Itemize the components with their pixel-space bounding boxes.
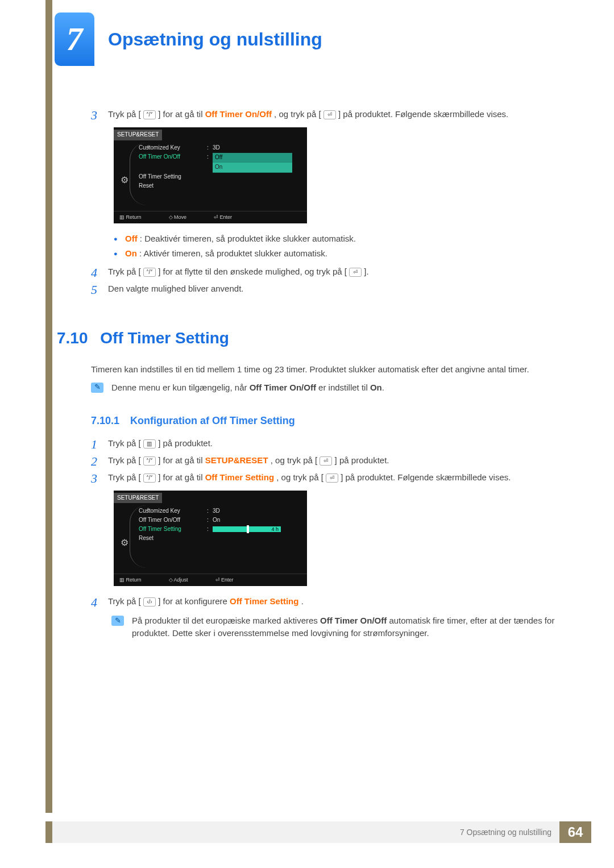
subsection-number: 7.10.1 xyxy=(91,415,119,426)
footer-accent xyxy=(45,821,52,843)
bullet-text: Off : Deaktivér timeren, så produktet ik… xyxy=(125,232,356,245)
enter-key-icon: ⏎ xyxy=(320,456,332,466)
t: Tryk på [ xyxy=(108,472,141,482)
t: På produkter til det europæiske marked a… xyxy=(132,616,320,625)
colon: : xyxy=(207,516,213,525)
footer-bar: 7 Opsætning og nulstilling xyxy=(45,821,559,843)
osd-slider-value: 4 h xyxy=(271,526,279,533)
t: Tryk på [ xyxy=(108,109,141,119)
osd-title: SETUP&RESET xyxy=(114,130,162,140)
highlight: On xyxy=(125,248,137,258)
osd-nav-enter: ⏎ Enter xyxy=(214,214,232,221)
gear-icon: ⚙ xyxy=(121,536,128,549)
t: ] på produktet. xyxy=(335,455,389,465)
chapter-title: Opsætning og nulstilling xyxy=(108,26,322,52)
note-text: På produkter til det europæiske marked a… xyxy=(132,614,563,639)
step-3: 3 Tryk på [ ˄/˅ ] for at gå til Off Time… xyxy=(91,108,563,122)
step-number: 4 xyxy=(91,595,108,609)
gear-icon: ⚙ xyxy=(121,173,128,186)
colon: : xyxy=(207,153,213,161)
subsection-heading: 7.10.1 Konfiguration af Off Timer Settin… xyxy=(91,413,563,428)
caret-up-icon: ▲ xyxy=(146,143,151,150)
step-text: Tryk på [ ˄/˅ ] for at gå til Off Timer … xyxy=(108,108,563,121)
updown-key-icon: ˄/˅ xyxy=(143,110,156,119)
section-heading: 7.10 Off Timer Setting xyxy=(57,327,563,350)
t: ] på produktet. xyxy=(158,438,213,448)
colon: : xyxy=(207,507,213,516)
bullet-list: ● Off : Deaktivér timeren, så produktet … xyxy=(114,232,563,260)
section-number: 7.10 xyxy=(57,329,88,347)
updown-key-icon: ˄/˅ xyxy=(143,268,156,277)
osd-dropdown: Off On xyxy=(213,153,292,173)
menu-key-icon: ▥ xyxy=(143,439,156,448)
osd-row-label: Reset xyxy=(139,182,207,190)
step-text: Tryk på [ ˄/˅ ] for at gå til Off Timer … xyxy=(108,471,563,484)
step-3b: 3 Tryk på [ ˄/˅ ] for at gå til Off Time… xyxy=(91,471,563,485)
updown-key-icon: ˄/˅ xyxy=(143,474,156,483)
step-text: Den valgte mulighed bliver anvendt. xyxy=(108,283,563,295)
t: . xyxy=(382,383,384,392)
bullet-item: ● On : Aktivér timeren, så produktet slu… xyxy=(114,247,563,260)
step-number: 5 xyxy=(91,283,108,296)
bold: Off Timer On xyxy=(320,616,372,625)
osd-dropdown-option: Off xyxy=(213,153,292,163)
osd-row-value: 3D xyxy=(213,507,301,516)
osd-nav: ▥ Return ◇ Move ⏎ Enter xyxy=(114,211,307,223)
highlight: Off xyxy=(125,234,138,243)
bold: On xyxy=(370,383,382,392)
enter-key-icon: ⏎ xyxy=(323,110,336,119)
t: , og tryk på [ xyxy=(276,472,323,482)
osd-nav: ▥ Return ◇ Adjust ⏎ Enter xyxy=(114,574,307,586)
info-note: ✎ Denne menu er kun tilgængelig, når Off… xyxy=(91,381,563,394)
osd-slider-thumb xyxy=(247,525,249,533)
caret-up-icon: ▲ xyxy=(146,505,151,513)
t: Denne menu er kun tilgængelig, når xyxy=(111,383,250,392)
bullet-dot-icon: ● xyxy=(114,247,125,260)
osd-row-label: Off Timer On/Off xyxy=(139,153,207,161)
osd-row: Customized Key : 3D xyxy=(139,506,301,516)
note-text: Denne menu er kun tilgængelig, når Off T… xyxy=(111,381,384,394)
t: , og tryk på [ xyxy=(271,455,318,465)
osd-row-label: Off Timer On/Off xyxy=(139,516,207,525)
highlight: Off Timer Setting xyxy=(205,472,274,482)
osd-row: Reset xyxy=(139,182,301,191)
leftright-key-icon: ‹/› xyxy=(143,597,156,607)
step-text: Tryk på [ ˄/˅ ] for at flytte til den øn… xyxy=(108,265,563,278)
bold: Off Timer On xyxy=(250,383,301,392)
osd-nav-return: ▥ Return xyxy=(119,214,142,221)
osd-row: Off Timer On/Off : On xyxy=(139,516,301,525)
osd-screenshot-2: SETUP&RESET ⚙ ▲ Customized Key : 3D Off … xyxy=(114,491,563,587)
t: : Aktivér timeren, så produktet slukker … xyxy=(139,248,327,258)
enter-key-icon: ⏎ xyxy=(326,474,338,483)
side-accent-stripe xyxy=(45,0,52,813)
step-text: Tryk på [ ▥ ] på produktet. xyxy=(108,437,563,450)
osd-rows: ⚙ ▲ Customized Key : 3D Off Timer On/Off… xyxy=(119,506,301,569)
t: ] for at konfigurere xyxy=(158,596,230,606)
step-1b: 1 Tryk på [ ▥ ] på produktet. xyxy=(91,437,563,451)
info-note: ✎ På produkter til det europæiske marked… xyxy=(111,614,563,639)
t: ] for at gå til xyxy=(158,472,205,482)
step-number: 4 xyxy=(91,265,108,279)
content-area: 3 Tryk på [ ˄/˅ ] for at gå til Off Time… xyxy=(91,108,563,643)
t: ] for at gå til xyxy=(158,455,205,465)
t: ] for at flytte til den ønskede mulighed… xyxy=(158,267,347,276)
t: Tryk på [ xyxy=(108,596,141,606)
note-icon: ✎ xyxy=(111,616,124,626)
subsection-title: Konfiguration af Off Timer Setting xyxy=(130,415,295,426)
enter-key-icon: ⏎ xyxy=(349,268,362,277)
osd-nav-enter: ⏎ Enter xyxy=(215,576,234,584)
osd-arc-decoration xyxy=(130,143,147,205)
t: Tryk på [ xyxy=(108,267,141,276)
updown-key-icon: ˄/˅ xyxy=(143,456,156,466)
bold: Off xyxy=(304,383,316,392)
osd-row-value: 4 h xyxy=(213,525,301,534)
t: , og tryk på [ xyxy=(274,109,321,119)
step-number: 1 xyxy=(91,437,108,451)
osd-row: Reset xyxy=(139,534,301,543)
highlight: Off Timer Setting xyxy=(230,596,298,606)
section-paragraph: Timeren kan indstilles til en tid mellem… xyxy=(91,363,563,376)
bold: Off xyxy=(375,616,387,625)
step-4: 4 Tryk på [ ˄/˅ ] for at flytte til den … xyxy=(91,265,563,279)
t: Tryk på [ xyxy=(108,455,141,465)
step-4b: 4 Tryk på [ ‹/› ] for at konfigurere Off… xyxy=(91,595,563,609)
